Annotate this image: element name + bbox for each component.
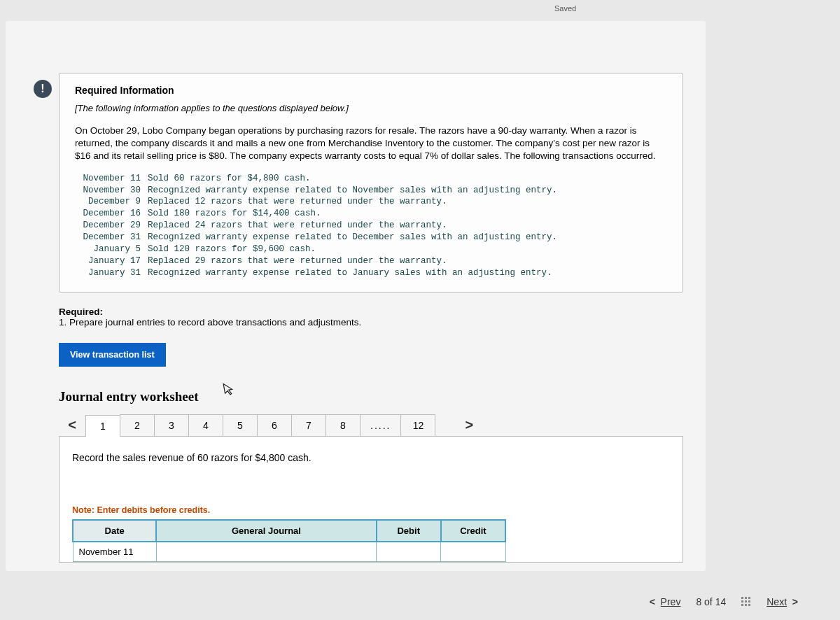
- tx-date: December 16: [75, 208, 148, 220]
- entry-tab-4[interactable]: 4: [188, 414, 223, 436]
- tx-date: December 9: [75, 196, 148, 208]
- next-label: Next: [766, 596, 787, 607]
- required-information-box: Required Information [The following info…: [59, 73, 683, 293]
- tx-desc: Replaced 29 razors that were returned un…: [148, 255, 667, 267]
- col-credit: Credit: [441, 520, 505, 542]
- applies-note: [The following information applies to th…: [75, 103, 667, 113]
- cell-debit[interactable]: [377, 542, 441, 562]
- grid-icon[interactable]: [741, 597, 751, 607]
- tx-desc: Replaced 12 razors that were returned un…: [148, 196, 667, 208]
- tx-date: January 5: [75, 244, 148, 255]
- entry-panel: Record the sales revenue of 60 razors fo…: [59, 436, 683, 563]
- page-position: 8 of 14: [696, 596, 726, 607]
- cell-account[interactable]: [156, 542, 376, 562]
- tx-date: December 29: [75, 220, 148, 232]
- cell-date[interactable]: November 11: [73, 542, 156, 562]
- entry-tab-ellipsis[interactable]: .....: [360, 414, 401, 436]
- tx-desc: Recognized warranty expense related to J…: [148, 267, 667, 279]
- chevron-right-icon: >: [792, 596, 798, 607]
- entry-tab-7[interactable]: 7: [291, 414, 326, 436]
- journal-entry-worksheet: Journal entry worksheet < 1 2 3 4 5 6 7 …: [59, 389, 683, 563]
- tx-date: January 31: [75, 267, 148, 279]
- cell-credit[interactable]: [441, 542, 505, 562]
- col-debit: Debit: [377, 520, 441, 542]
- transaction-row: December 16Sold 180 razors for $14,400 c…: [75, 208, 667, 220]
- transaction-row: December 31Recognized warranty expense r…: [75, 232, 667, 244]
- transaction-list: November 11Sold 60 razors for $4,800 cas…: [75, 173, 667, 279]
- entry-note: Note: Enter debits before credits.: [72, 505, 670, 515]
- table-row: November 11: [73, 542, 505, 562]
- entry-tab-8[interactable]: 8: [326, 414, 360, 436]
- transaction-row: January 17Replaced 29 razors that were r…: [75, 255, 667, 267]
- cursor-pointer-icon: [222, 381, 237, 401]
- tx-desc: Recognized warranty expense related to D…: [148, 232, 667, 244]
- tx-date: November 30: [75, 185, 148, 197]
- scenario-text: On October 29, Lobo Company began operat…: [75, 125, 667, 163]
- next-button[interactable]: Next >: [766, 596, 798, 607]
- tab-prev-arrow[interactable]: <: [59, 414, 85, 436]
- tx-date: November 11: [75, 173, 148, 185]
- page-navigation: < Prev 8 of 14 Next >: [650, 596, 798, 607]
- entry-tab-3[interactable]: 3: [154, 414, 189, 436]
- transaction-row: January 31Recognized warranty expense re…: [75, 267, 667, 279]
- entry-instruction: Record the sales revenue of 60 razors fo…: [72, 452, 670, 463]
- required-block: Required: 1. Prepare journal entries to …: [59, 307, 683, 327]
- tx-date: December 31: [75, 232, 148, 244]
- col-date: Date: [73, 520, 156, 542]
- tab-next-arrow[interactable]: >: [456, 414, 482, 436]
- entry-tab-12[interactable]: 12: [400, 414, 435, 436]
- view-transaction-list-button[interactable]: View transaction list: [59, 343, 166, 367]
- tx-desc: Recognized warranty expense related to N…: [148, 185, 667, 197]
- chevron-left-icon: <: [650, 596, 655, 607]
- tx-desc: Sold 60 razors for $4,800 cash.: [148, 173, 667, 185]
- tx-desc: Sold 120 razors for $9,600 cash.: [148, 244, 667, 255]
- transaction-row: December 9Replaced 12 razors that were r…: [75, 196, 667, 208]
- entry-tab-5[interactable]: 5: [223, 414, 258, 436]
- transaction-row: November 30Recognized warranty expense r…: [75, 185, 667, 197]
- transaction-row: November 11Sold 60 razors for $4,800 cas…: [75, 173, 667, 185]
- main-panel: ! Required Information [The following in…: [6, 21, 706, 571]
- required-item-1: 1. Prepare journal entries to record abo…: [59, 317, 683, 327]
- transaction-row: January 5Sold 120 razors for $9,600 cash…: [75, 244, 667, 255]
- entry-tab-1[interactable]: 1: [85, 415, 120, 437]
- required-information-heading: Required Information: [75, 85, 667, 96]
- journal-entry-table: Date General Journal Debit Credit Novemb…: [72, 519, 506, 562]
- prev-label: Prev: [661, 596, 681, 607]
- entry-tab-2[interactable]: 2: [120, 414, 155, 436]
- prev-button[interactable]: < Prev: [650, 596, 681, 607]
- transaction-row: December 29Replaced 24 razors that were …: [75, 220, 667, 232]
- required-label: Required:: [59, 307, 683, 317]
- alert-icon: !: [34, 80, 52, 98]
- entry-tab-6[interactable]: 6: [257, 414, 292, 436]
- worksheet-title: Journal entry worksheet: [59, 389, 683, 404]
- entry-tab-strip: < 1 2 3 4 5 6 7 8 ..... 12 >: [59, 414, 683, 436]
- tx-desc: Replaced 24 razors that were returned un…: [148, 220, 667, 232]
- tx-date: January 17: [75, 255, 148, 267]
- tx-desc: Sold 180 razors for $14,400 cash.: [148, 208, 667, 220]
- col-general-journal: General Journal: [156, 520, 376, 542]
- saved-status: Saved: [554, 4, 576, 13]
